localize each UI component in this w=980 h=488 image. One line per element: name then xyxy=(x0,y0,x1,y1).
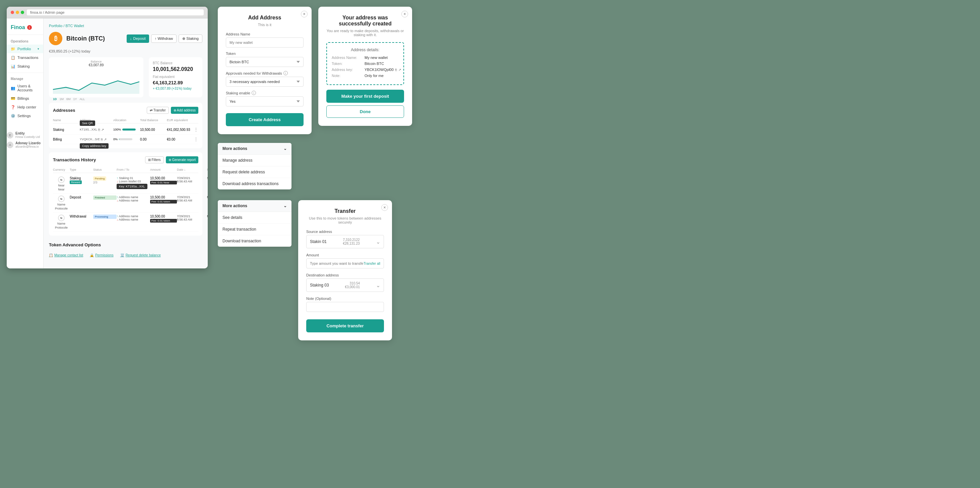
staking-total-balance: 10,500.00 xyxy=(140,128,167,132)
sidebar-item-staking[interactable]: 📊 Staking xyxy=(7,62,43,71)
copy-icon-staking[interactable]: ⎘ xyxy=(98,128,100,132)
top-modals: × Add Address This is it Address Name To… xyxy=(218,7,412,134)
tx2-currency: N Name Protocole xyxy=(53,195,70,210)
chart-timeline: 1D 1M 6M 1Y ALL xyxy=(53,97,139,101)
tx3-arrow-up: ↑ xyxy=(116,215,118,218)
tx3-note: Note 1 xyxy=(207,215,208,218)
chart-label: Balance xyxy=(91,60,102,63)
staking-button[interactable]: ⊕ Staking xyxy=(178,35,202,43)
filters-label: Filters xyxy=(151,158,161,162)
address-name-input[interactable] xyxy=(226,38,304,48)
dot-red[interactable] xyxy=(11,11,14,14)
users-icon: 👥 xyxy=(11,86,16,90)
addresses-title: Addresses xyxy=(53,108,75,113)
timeline-1m[interactable]: 1M xyxy=(60,97,64,101)
sidebar-item-settings[interactable]: ⚙️ Settings xyxy=(7,111,43,120)
dropdown-header-1: More actions ⌄ xyxy=(218,143,291,155)
sidebar-item-transactions[interactable]: 📋 Transactions xyxy=(7,53,43,62)
transfer-button[interactable]: ⇄ Transfer xyxy=(147,107,169,114)
sidebar-item-users[interactable]: 👥 Users & Accounts xyxy=(7,82,43,94)
app-layout: Finoa 1 Operations 📁 Portfolio ▾ 📋 Trans… xyxy=(7,18,208,268)
request-delete-address-item[interactable]: Request delete address xyxy=(218,166,291,178)
staking-name: Staking xyxy=(53,128,80,132)
done-button[interactable]: Done xyxy=(326,105,404,118)
tx-table-header: Currency Type Status From / To Amount Da… xyxy=(53,167,198,173)
deposit-icon: ↓ xyxy=(130,36,132,41)
download-address-transactions-item[interactable]: Download address transactions xyxy=(218,178,291,189)
col-amount: Amount xyxy=(150,168,177,171)
tx1-amount: 10,500.00 Fee: 0.01 Near xyxy=(150,176,177,184)
staking-row-menu[interactable]: ⋮ xyxy=(194,127,200,132)
token-advanced-title: Token Advanced Options xyxy=(49,242,202,247)
success-close[interactable]: × xyxy=(401,11,408,17)
add-icon: ⊕ xyxy=(173,108,176,112)
approvals-info-icon[interactable]: i xyxy=(283,71,288,75)
staking-enable-label: Staking enable i xyxy=(226,91,304,95)
withdraw-button[interactable]: ↑ Withdraw xyxy=(151,35,177,43)
create-address-button[interactable]: Create Address xyxy=(226,113,304,126)
key-copy-icon[interactable]: ⎘ xyxy=(395,68,397,71)
token-select[interactable]: Bictoin BTC xyxy=(226,57,304,67)
col-date: Date ↓ xyxy=(177,168,207,171)
sidebar-item-billings[interactable]: 💳 Billings xyxy=(7,94,43,103)
sidebar: Finoa 1 Operations 📁 Portfolio ▾ 📋 Trans… xyxy=(7,18,43,268)
transfer-all-link[interactable]: Transfer all xyxy=(364,262,380,265)
more-actions-dropdown-addresses: More actions ⌄ Manage address Request de… xyxy=(218,143,291,189)
manage-address-item[interactable]: Manage address xyxy=(218,155,291,166)
tx1-status: Pending 2/3 xyxy=(93,176,116,184)
portfolio-icon: 📁 xyxy=(11,46,16,51)
tx1-status-sub: 2/3 xyxy=(93,181,116,184)
timeline-all[interactable]: ALL xyxy=(80,97,85,101)
link-icon-staking[interactable]: ↗ xyxy=(101,128,104,132)
tx1-currency: N Near Near xyxy=(53,176,70,191)
repeat-transaction-item[interactable]: Repeat transaction xyxy=(218,223,291,235)
settings-label: Settings xyxy=(18,114,31,118)
sidebar-item-portfolio[interactable]: 📁 Portfolio ▾ xyxy=(7,44,43,53)
destination-select-row[interactable]: Staking 03 310.54 €3,000.01 ⌄ xyxy=(306,279,384,292)
key-link-icon[interactable]: ↗ xyxy=(398,68,401,71)
approvals-select[interactable]: 3 necessary approvals needed xyxy=(226,77,304,87)
add-address-close[interactable]: × xyxy=(301,11,307,17)
billing-row-menu[interactable]: ⋮ xyxy=(194,136,200,142)
detail-row-note: Note: Only for me xyxy=(332,74,399,78)
complete-transfer-button[interactable]: Complete transfer xyxy=(306,319,384,332)
timeline-6m[interactable]: 6M xyxy=(66,97,71,101)
operations-label: Operations xyxy=(7,38,43,44)
timeline-1d[interactable]: 1D xyxy=(53,97,57,101)
adonay-info: Adonay Lizardo alizardo@finoa.io xyxy=(16,141,41,148)
detail-key-label: Address key: xyxy=(332,68,362,71)
make-deposit-button[interactable]: Make your first deposit xyxy=(326,90,404,103)
note-label: Note (Optional) xyxy=(306,296,384,301)
dot-yellow[interactable] xyxy=(16,11,19,14)
staking-info-icon[interactable]: i xyxy=(251,91,256,95)
amount-input[interactable] xyxy=(310,261,364,265)
tx2-name: Name xyxy=(57,203,65,206)
delete-balance-option[interactable]: 🗑️ Request delete balance xyxy=(120,254,161,257)
note-input[interactable] xyxy=(306,302,384,312)
breadcrumb-link[interactable]: Portfolio / BTC Wallet xyxy=(49,24,84,28)
see-details-item[interactable]: See details xyxy=(218,212,291,223)
filters-button[interactable]: ⊞ Filters xyxy=(145,156,164,163)
generate-report-button[interactable]: ⊕ Generate report xyxy=(166,156,198,163)
tx3-amount: 10,500.00 Fee: 0.01 token xyxy=(150,215,177,223)
timeline-1y[interactable]: 1Y xyxy=(73,97,77,101)
permissions-option[interactable]: 🔒 Permissions xyxy=(90,254,113,257)
addresses-header: Addresses ⇄ Transfer ⊕ Add address xyxy=(53,107,198,114)
staking-alloc-bar xyxy=(122,128,136,130)
transfer-close[interactable]: × xyxy=(381,204,388,211)
staking-enable-select[interactable]: Yes xyxy=(226,97,304,106)
source-select-row[interactable]: Stakin 01 7,310.2122 €28,131.23 ⌄ xyxy=(306,235,384,248)
manage-contact-list[interactable]: 📋 Manage contact list xyxy=(49,254,83,257)
link-icon-billing[interactable]: ↗ xyxy=(104,138,107,141)
copy-icon-billing[interactable]: ⎘ xyxy=(101,138,103,141)
download-transaction-item[interactable]: Download transaction xyxy=(218,235,291,247)
browser-url: finoa.io / Admin page xyxy=(27,10,204,16)
tx1-arrow-down: ↓ xyxy=(116,180,118,183)
deposit-button[interactable]: ↓ Deposit xyxy=(127,35,149,43)
add-address-button[interactable]: ⊕ Add address xyxy=(171,107,198,114)
dot-green[interactable] xyxy=(21,11,24,14)
sidebar-item-help[interactable]: ❓ Help center xyxy=(7,103,43,111)
tx2-amount: 10,500.00 Fee: 0.01 token xyxy=(150,195,177,203)
amount-field: Amount Transfer all xyxy=(306,253,384,268)
tx1-icon: N xyxy=(58,176,65,183)
